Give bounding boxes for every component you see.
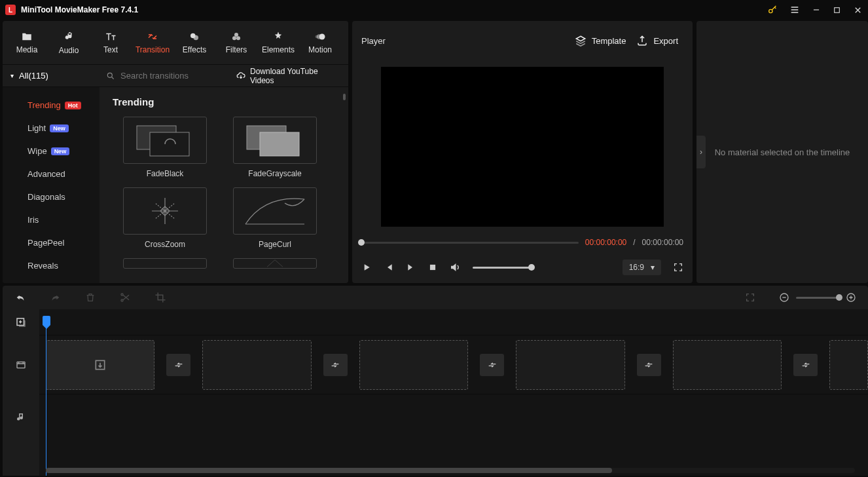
template-button[interactable]: Template	[570, 32, 632, 49]
effects-icon	[188, 31, 201, 43]
timeline-area	[0, 283, 868, 476]
transition-slot[interactable]	[793, 354, 818, 376]
player-title: Player	[361, 36, 570, 46]
tab-filters[interactable]: Filters	[216, 23, 257, 62]
delete-icon[interactable]	[85, 292, 96, 303]
crop-icon[interactable]	[154, 292, 166, 303]
properties-panel: › No material selected on the timeline	[696, 21, 868, 283]
transition-icon	[146, 31, 159, 43]
tab-motion[interactable]: Motion	[300, 23, 340, 62]
transition-fadegrayscale[interactable]: FadeGrayscale	[223, 117, 327, 178]
text-icon	[104, 31, 117, 43]
minimize-icon[interactable]	[812, 5, 821, 14]
cat-pagepeel[interactable]: PagePeel	[27, 231, 99, 254]
tab-transition[interactable]: Transition	[132, 23, 173, 62]
split-icon[interactable]	[119, 292, 131, 303]
play-icon[interactable]	[361, 262, 372, 273]
key-icon[interactable]	[767, 5, 778, 15]
video-preview	[352, 60, 693, 233]
add-track-icon[interactable]	[3, 309, 39, 335]
volume-icon[interactable]	[449, 261, 461, 273]
stop-icon[interactable]	[428, 263, 437, 272]
transition-partial-2[interactable]	[223, 258, 327, 269]
cat-advanced[interactable]: Advanced	[27, 162, 99, 185]
media-slot[interactable]	[829, 340, 868, 390]
zoom-in-icon[interactable]	[846, 292, 856, 303]
prev-frame-icon[interactable]	[384, 262, 394, 273]
collapse-panel-button[interactable]: ›	[696, 136, 706, 168]
no-selection-message: No material selected on the timeline	[708, 147, 857, 157]
undo-icon[interactable]	[14, 292, 26, 303]
titlebar: L MiniTool MovieMaker Free 7.4.1	[0, 0, 868, 20]
badge-new: New	[51, 147, 70, 155]
library-panel: Media Audio Text Transition Effects Filt…	[3, 21, 348, 283]
timeline-toolbar	[3, 286, 868, 309]
category-header[interactable]: ▾ All(115)	[3, 65, 99, 87]
cat-light[interactable]: Light New	[27, 117, 99, 140]
badge-hot: Hot	[65, 102, 81, 109]
transition-slot[interactable]	[323, 354, 348, 376]
tab-elements[interactable]: Elements	[258, 23, 298, 62]
folder-icon	[20, 31, 34, 43]
category-list: Trending Hot Light New Wipe New Advanced…	[3, 87, 99, 283]
transition-crosszoom[interactable]: CrossZoom	[113, 187, 217, 249]
player-panel: Player Template Export 00:00:00:00 / 00:…	[352, 21, 693, 283]
cat-iris[interactable]: Iris	[27, 208, 99, 231]
cat-trending[interactable]: Trending Hot	[27, 94, 99, 117]
close-icon[interactable]	[853, 5, 863, 15]
time-total: 00:00:00:00	[642, 238, 683, 247]
transition-content: Download YouTube Videos Trending FadeBla…	[99, 65, 348, 283]
chevron-down-icon: ▾	[651, 263, 655, 272]
cat-reveals[interactable]: Reveals	[27, 254, 99, 277]
transition-fadeblack[interactable]: FadeBlack	[113, 117, 217, 178]
redo-icon[interactable]	[50, 292, 62, 303]
section-title: Trending	[113, 96, 335, 107]
maximize-icon[interactable]	[833, 6, 841, 14]
timeline-tracks[interactable]	[39, 309, 868, 476]
transition-slot[interactable]	[480, 354, 504, 376]
svg-point-6	[236, 36, 240, 40]
export-button[interactable]: Export	[631, 32, 683, 49]
media-slot[interactable]	[202, 340, 311, 390]
zoom-slider[interactable]	[796, 297, 839, 299]
video-track-icon[interactable]	[3, 335, 39, 394]
transition-pagecurl[interactable]: PageCurl	[223, 187, 327, 249]
fullscreen-icon[interactable]	[673, 262, 683, 273]
cat-diagonals[interactable]: Diagonals	[27, 185, 99, 208]
svg-point-4	[234, 33, 238, 37]
motion-icon	[314, 31, 327, 43]
aspect-select[interactable]: 16:9 ▾	[623, 259, 661, 275]
category-column: ▾ All(115) Trending Hot Light New Wipe N…	[3, 65, 99, 283]
cat-wipe[interactable]: Wipe New	[27, 140, 99, 162]
video-track[interactable]	[39, 335, 868, 394]
tab-media[interactable]: Media	[7, 23, 47, 62]
transition-partial-1[interactable]	[113, 258, 217, 269]
media-slot[interactable]	[673, 340, 782, 390]
audio-track[interactable]	[39, 394, 868, 440]
audio-track-icon[interactable]	[3, 394, 39, 440]
music-note-icon	[63, 30, 75, 43]
svg-point-3	[194, 35, 199, 41]
media-slot[interactable]	[46, 340, 154, 390]
progress-slider[interactable]	[361, 242, 579, 244]
media-slot[interactable]	[359, 340, 468, 390]
tab-effects[interactable]: Effects	[174, 23, 215, 62]
svg-rect-15	[430, 265, 435, 270]
transition-slot[interactable]	[166, 354, 190, 376]
search-input[interactable]	[120, 71, 230, 81]
transition-slot[interactable]	[637, 354, 661, 376]
zoom-out-icon[interactable]	[779, 292, 789, 303]
tab-text[interactable]: Text	[90, 23, 131, 62]
next-frame-icon[interactable]	[406, 262, 416, 273]
media-slot[interactable]	[516, 340, 624, 390]
scrollbar-horizontal[interactable]	[46, 468, 855, 473]
playhead[interactable]	[46, 309, 47, 476]
download-youtube-link[interactable]: Download YouTube Videos	[236, 67, 342, 85]
volume-slider[interactable]	[473, 267, 532, 269]
menu-icon[interactable]	[789, 5, 800, 15]
search-icon	[106, 71, 115, 81]
timeline-ruler[interactable]	[39, 309, 868, 335]
scrollbar-vertical[interactable]	[343, 94, 346, 100]
fit-icon[interactable]	[745, 292, 755, 303]
tab-audio[interactable]: Audio	[48, 23, 89, 62]
